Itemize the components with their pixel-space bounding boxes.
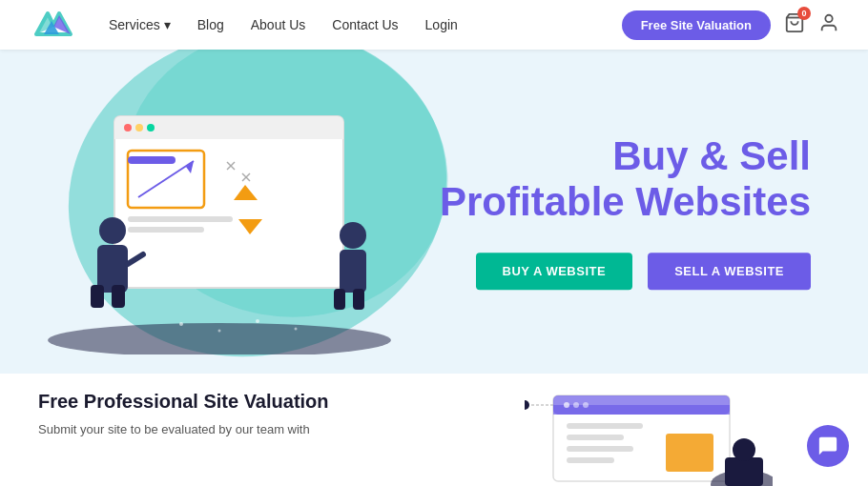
svg-point-37 <box>218 330 221 333</box>
logo[interactable] <box>29 8 74 42</box>
nav-login[interactable]: Login <box>425 17 458 32</box>
svg-rect-47 <box>567 435 624 440</box>
svg-point-55 <box>733 438 755 461</box>
svg-rect-26 <box>128 156 176 164</box>
svg-rect-31 <box>112 285 125 308</box>
svg-rect-9 <box>114 116 343 288</box>
svg-point-36 <box>179 322 183 326</box>
svg-point-39 <box>295 328 298 331</box>
svg-point-5 <box>825 15 832 22</box>
svg-point-45 <box>583 402 589 408</box>
chat-bubble-button[interactable] <box>807 425 849 467</box>
svg-point-44 <box>573 402 579 408</box>
svg-rect-19 <box>128 227 204 233</box>
hero-buttons: Buy A WEBSITE SELL A WEBSITE <box>440 253 811 290</box>
bottom-illustration <box>525 381 773 486</box>
svg-rect-18 <box>128 216 233 222</box>
svg-rect-49 <box>567 457 614 463</box>
nav-services[interactable]: Services ▾ <box>109 17 171 32</box>
svg-point-27 <box>99 217 126 244</box>
hero-illustration <box>29 59 429 354</box>
chevron-down-icon: ▾ <box>164 17 171 32</box>
svg-rect-35 <box>353 289 364 310</box>
nav-about[interactable]: About Us <box>251 17 306 32</box>
svg-point-14 <box>147 124 155 132</box>
svg-point-13 <box>135 124 143 132</box>
cart-icon[interactable]: 0 <box>784 12 805 37</box>
sell-website-button[interactable]: SELL A WEBSITE <box>648 253 811 290</box>
bottom-description: Submit your site to be evaluated by our … <box>38 420 401 439</box>
svg-point-8 <box>48 323 391 354</box>
nav-right: Free Site Valuation 0 <box>622 10 839 40</box>
svg-rect-54 <box>725 457 763 486</box>
svg-rect-30 <box>91 285 104 308</box>
svg-point-32 <box>340 222 366 249</box>
cart-badge: 0 <box>797 7 811 20</box>
navbar: Services ▾ Blog About Us Contact Us Logi… <box>0 0 868 50</box>
svg-rect-33 <box>340 250 366 293</box>
svg-rect-46 <box>567 423 643 429</box>
free-valuation-button[interactable]: Free Site Valuation <box>622 10 771 40</box>
svg-rect-48 <box>567 446 633 452</box>
nav-links: Services ▾ Blog About Us Contact Us Logi… <box>109 17 622 32</box>
bottom-section: Free Professional Site Valuation Submit … <box>0 374 868 486</box>
svg-point-38 <box>256 319 259 323</box>
svg-point-52 <box>525 400 529 410</box>
bottom-text-block: Free Professional Site Valuation Submit … <box>38 391 401 439</box>
svg-rect-50 <box>666 434 713 472</box>
svg-rect-42 <box>553 405 730 415</box>
svg-rect-34 <box>334 289 345 310</box>
bottom-title: Free Professional Site Valuation <box>38 391 401 413</box>
buy-website-button[interactable]: Buy A WEBSITE <box>476 253 633 290</box>
svg-point-43 <box>564 402 569 408</box>
hero-title: Buy & Sell Profitable Websites <box>440 133 811 226</box>
hero-content: Buy & Sell Profitable Websites Buy A WEB… <box>440 133 811 290</box>
hero-section: Buy & Sell Profitable Websites Buy A WEB… <box>0 50 868 374</box>
nav-blog[interactable]: Blog <box>197 17 224 32</box>
user-icon[interactable] <box>818 12 839 37</box>
svg-point-12 <box>124 124 132 132</box>
nav-contact[interactable]: Contact Us <box>332 17 398 32</box>
